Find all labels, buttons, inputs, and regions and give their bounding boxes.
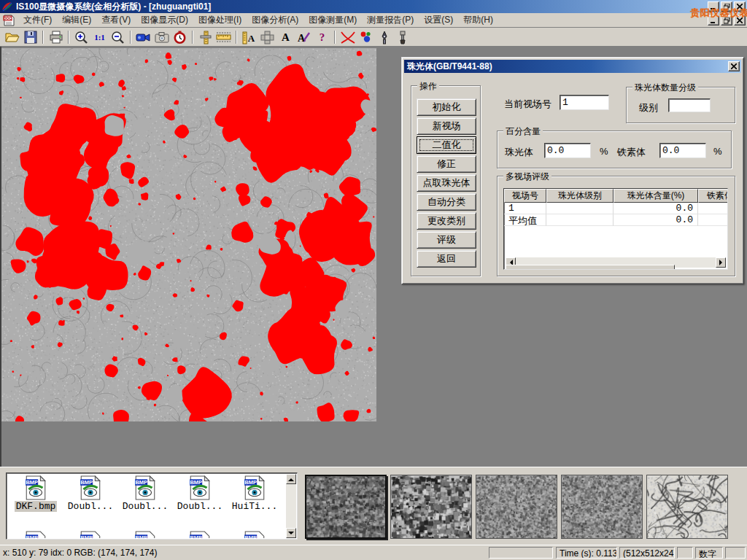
file-name[interactable]: Doubl... [176, 501, 224, 512]
cell-level [546, 214, 614, 226]
preview-thumbnail[interactable] [476, 475, 557, 539]
filelist-vscrollbar[interactable] [286, 474, 296, 538]
mdi-workspace: 珠光体(GB/T9441-88) 操作 初始化 新视场 二值化 修正 点取珠光体… [0, 47, 747, 467]
new-field-button[interactable]: 新视场 [417, 117, 476, 135]
col-field-no: 视场号 [504, 189, 546, 203]
preview-thumbnail[interactable] [561, 475, 643, 539]
caliper-icon[interactable] [197, 29, 214, 45]
text-edit-icon[interactable]: A [295, 29, 312, 45]
menu-image-analysis[interactable]: 图像分析(A) [247, 12, 303, 28]
pearlite-percent-input[interactable]: 0.0 [544, 143, 591, 158]
preview-thumbnail[interactable] [390, 475, 472, 539]
metallographic-image[interactable] [1, 48, 376, 421]
file-name[interactable]: HuiTi... [231, 501, 279, 512]
file-name[interactable]: Doubl... [121, 501, 169, 512]
auto-classify-button[interactable]: 自动分类 [417, 193, 476, 211]
file-item[interactable]: BMP DKF.bmp [9, 475, 63, 512]
file-item[interactable]: BMP Doubl... [63, 475, 117, 512]
percent-group-label: 百分含量 [503, 125, 543, 138]
app-icon [1, 1, 13, 12]
file-item[interactable]: BMP [63, 531, 117, 538]
menu-edit[interactable]: 编辑(E) [57, 12, 96, 28]
dialog-close-icon[interactable] [728, 61, 740, 71]
file-item[interactable]: BMP HuiTi... [228, 475, 282, 512]
init-button[interactable]: 初始化 [417, 98, 476, 116]
window-title: IS100显微摄像系统(金相分析版) - [zhuguangti01] [16, 1, 211, 13]
change-class-button[interactable]: 更改类别 [417, 212, 476, 230]
menu-image-display[interactable]: 图像显示(D) [136, 12, 193, 28]
col-pearlite-pct: 珠光体含量(%) [614, 189, 698, 203]
bmp-file-icon: BMP [80, 531, 101, 538]
preview-thumbnail[interactable] [646, 475, 728, 539]
file-item[interactable]: BMP [173, 531, 227, 538]
rating-table-header: 视场号 珠光体级别 珠光体含量(%) 铁素体 [504, 189, 727, 203]
cell-pct: 0.0 [614, 214, 698, 226]
dialog-title-bar[interactable]: 珠光体(GB/T9441-88) [404, 60, 741, 73]
rating-table[interactable]: 视场号 珠光体级别 珠光体含量(%) 铁素体 1 0.0 平均值 0.0 [503, 188, 728, 270]
toolbar-separator [192, 31, 193, 44]
table-hscrollbar[interactable] [506, 257, 726, 268]
menu-image-measure[interactable]: 图像测量(M) [303, 12, 362, 28]
scrollbar-thumb[interactable] [506, 265, 675, 270]
file-item[interactable]: BMP Doubl... [173, 475, 227, 512]
col-pearlite-level: 珠光体级别 [546, 189, 614, 203]
cell-ferrite [698, 203, 728, 214]
bmp-file-icon: BMP [244, 531, 266, 538]
menu-view[interactable]: 查看(V) [96, 12, 136, 28]
zoom-in-icon[interactable] [73, 29, 90, 45]
zoom-1to1-icon[interactable]: 1:1 [91, 29, 108, 45]
phase-marker-icon[interactable] [357, 29, 374, 45]
measure-label-icon[interactable]: A [241, 29, 258, 45]
file-name[interactable]: DKF.bmp [15, 501, 58, 512]
multi-field-group: 多视场评级 视场号 珠光体级别 珠光体含量(%) 铁素体 1 0.0 平均值 [497, 176, 735, 276]
print-icon[interactable] [47, 29, 64, 45]
col-ferrite: 铁素体 [698, 189, 728, 203]
current-field-input[interactable]: 1 [560, 95, 609, 110]
pick-pearlite-button[interactable]: 点取珠光体 [417, 174, 476, 192]
table-row: 平均值 0.0 [504, 214, 727, 226]
file-list[interactable]: BMP DKF.bmp BMP Doubl... BMP Doubl... BM… [6, 472, 298, 540]
scroll-up-icon[interactable] [286, 474, 296, 484]
ferrite-label: 铁素体 [617, 146, 646, 159]
zoom-out-icon[interactable] [109, 29, 126, 45]
pen-tool-icon[interactable] [376, 29, 392, 45]
snapshot-icon[interactable] [153, 29, 170, 45]
fill-tool-icon[interactable] [394, 29, 411, 45]
scroll-down-icon[interactable] [286, 528, 296, 538]
file-name[interactable]: Doubl... [66, 501, 115, 512]
cell-ferrite [698, 214, 728, 226]
file-item[interactable]: BMP [118, 531, 172, 538]
vendor-watermark: 贵阳仪器仪表 [690, 7, 747, 20]
help-icon[interactable]: ? [314, 29, 330, 45]
bmp-file-icon: BMP [134, 475, 156, 500]
scroll-right-icon[interactable] [716, 257, 726, 268]
correct-button[interactable]: 修正 [417, 155, 476, 173]
ruler-icon[interactable] [215, 29, 232, 45]
grid-merge-icon[interactable] [259, 29, 276, 45]
save-icon[interactable] [22, 29, 39, 45]
curve-tool-icon[interactable] [339, 29, 356, 45]
preview-thumbnail[interactable] [305, 475, 387, 539]
open-file-icon[interactable] [4, 29, 20, 45]
menu-settings[interactable]: 设置(S) [419, 12, 458, 28]
operations-group: 操作 初始化 新视场 二值化 修正 点取珠光体 自动分类 更改类别 评级 返回 [411, 85, 481, 276]
file-item[interactable]: BMP [9, 531, 63, 538]
cell-field-no: 1 [504, 203, 546, 214]
timer-icon[interactable] [171, 29, 188, 45]
cell-level [546, 203, 614, 214]
file-item[interactable]: BMP [228, 531, 282, 538]
video-capture-icon[interactable] [135, 29, 152, 45]
menu-measure-report[interactable]: 测量报告(P) [362, 12, 419, 28]
text-annotation-icon[interactable]: A [277, 29, 294, 45]
return-button[interactable]: 返回 [417, 250, 476, 268]
menu-help[interactable]: 帮助(H) [458, 12, 498, 28]
menu-image-process[interactable]: 图像处理(I) [193, 12, 247, 28]
binarize-button[interactable]: 二值化 [417, 136, 476, 154]
ferrite-percent-input[interactable]: 0.0 [659, 143, 706, 158]
svg-text:BMP: BMP [26, 534, 38, 538]
level-input[interactable] [668, 98, 711, 112]
file-item[interactable]: BMP Doubl... [118, 475, 172, 512]
menu-file[interactable]: 文件(F) [18, 12, 57, 28]
table-row: 1 0.0 [504, 203, 727, 214]
rate-button[interactable]: 评级 [417, 231, 476, 249]
